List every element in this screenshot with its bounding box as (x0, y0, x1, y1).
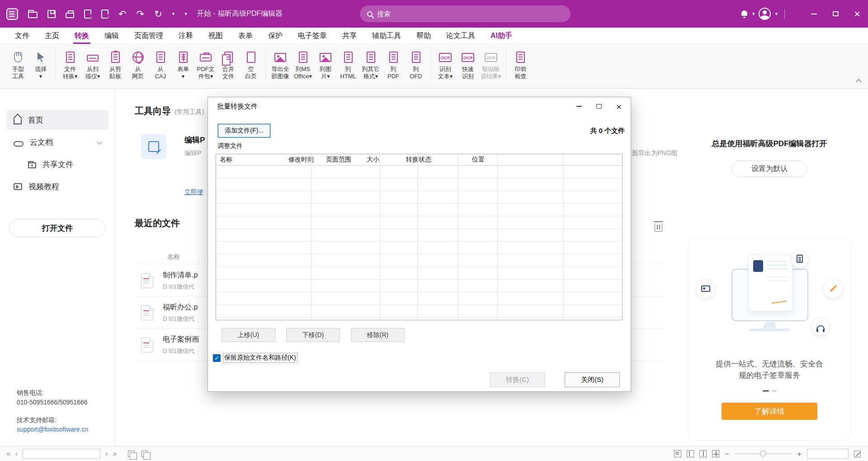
edit-pdf-card-icon[interactable] (141, 134, 166, 159)
convert-button[interactable]: 转换(C) (490, 372, 545, 387)
blank-page[interactable]: 空白页 (240, 49, 262, 80)
search-box[interactable] (360, 5, 571, 22)
files-table-body[interactable] (216, 166, 622, 320)
menu-esign[interactable]: 电子签章 (290, 28, 335, 44)
checkbox-checked-icon[interactable]: ✓ (213, 354, 221, 362)
menu-convert[interactable]: 转换 (67, 28, 97, 44)
menu-view[interactable]: 视图 (201, 28, 231, 44)
notifications-bell-icon[interactable] (741, 10, 748, 18)
menu-home[interactable]: 主页 (37, 28, 67, 44)
file-convert[interactable]: 文件转换▾ (59, 49, 81, 80)
to-image[interactable]: 到图片▾ (314, 49, 337, 80)
next-page-icon[interactable]: › (105, 450, 108, 457)
minimize-button[interactable] (803, 0, 825, 28)
sidebar-item-home[interactable]: 首页 (6, 110, 108, 130)
add-files-button[interactable]: 添加文件(F)... (218, 124, 270, 138)
page-number-input[interactable] (23, 449, 100, 459)
table-column-header[interactable]: 修改时间 (285, 154, 322, 165)
from-caj[interactable]: 从CAJ (149, 49, 172, 80)
table-column-header[interactable]: 位置 (468, 154, 485, 165)
form-tool[interactable]: 表单▾ (172, 49, 194, 80)
select-tool[interactable]: 选择▾ (29, 49, 52, 80)
fullscreen-icon[interactable] (854, 451, 861, 457)
continuous-view-icon[interactable] (687, 450, 694, 457)
close-button[interactable]: × (846, 0, 868, 28)
support-email-link[interactable]: support@foxitsoftware.cn (17, 426, 88, 433)
notifications-caret-icon[interactable]: ▾ (752, 11, 755, 17)
menu-comment[interactable]: 注释 (171, 28, 201, 44)
use-now-link[interactable]: 立即使 (184, 188, 203, 196)
search-input[interactable] (377, 10, 563, 18)
sidebar-item-cloud-docs[interactable]: 云文档 (6, 132, 108, 152)
hand-tool[interactable]: 手型工具 (7, 49, 29, 80)
menu-edit[interactable]: 编辑 (97, 28, 127, 44)
sidebar-item-shared-files[interactable]: 共享文件 (21, 154, 108, 174)
export-all-images[interactable]: 导出全部图像 (269, 49, 292, 80)
first-page-icon[interactable]: « (6, 450, 10, 457)
zoom-out-icon[interactable]: − (725, 450, 729, 458)
clipboard-pages-icon[interactable] (142, 451, 148, 457)
share-icon[interactable]: ↻ (154, 9, 162, 19)
snapshot-icon[interactable] (128, 451, 134, 457)
undo-icon[interactable]: ↶ (118, 9, 127, 19)
zoom-slider[interactable] (735, 453, 792, 454)
files-table[interactable]: 名称 修改时间 页面范围 大小 转换状态 位置 (216, 154, 623, 320)
redo-icon[interactable]: ↷ (137, 9, 145, 19)
sidebar-item-video-tutorials[interactable]: 视频教程 (6, 176, 108, 196)
customize-toolbar-caret-icon[interactable]: ▾ (184, 11, 187, 17)
ocr-quick-recognize[interactable]: 快速识别 (457, 49, 479, 80)
dialog-close-action-button[interactable]: 关闭(S) (565, 372, 620, 387)
table-column-header[interactable]: 页面范围 (322, 154, 363, 165)
carousel-dot[interactable] (772, 390, 777, 392)
dialog-titlebar[interactable]: 批量转换文件 × (208, 97, 631, 115)
menu-page-manage[interactable]: 页面管理 (127, 28, 171, 44)
menu-ai-assistant[interactable]: AI助手 (483, 28, 520, 44)
ocr-recognize-text[interactable]: 识别文本▾ (434, 49, 457, 80)
from-web[interactable]: 从网页 (127, 49, 149, 80)
previous-page-icon[interactable]: ‹ (15, 450, 18, 457)
set-default-button[interactable]: 设置为默认 (732, 161, 807, 177)
move-up-button[interactable]: 上移(U) (222, 328, 275, 342)
table-column-header[interactable]: 转换状态 (402, 154, 468, 165)
menu-help[interactable]: 帮助 (409, 28, 439, 44)
menu-protect[interactable]: 保护 (260, 28, 290, 44)
dialog-close-button[interactable]: × (609, 99, 629, 114)
to-pdf[interactable]: 到PDF (382, 49, 405, 80)
menu-share[interactable]: 共享 (335, 28, 364, 44)
menu-paper-tools[interactable]: 论文工具 (439, 28, 483, 44)
table-column-header[interactable]: 名称 (216, 154, 285, 165)
to-ms-office[interactable]: 到MSOffice▾ (292, 49, 314, 80)
zoom-percent-input[interactable] (807, 449, 849, 459)
carousel-dot-active[interactable] (763, 390, 769, 392)
preflight-check[interactable]: 印前检查 (509, 49, 532, 80)
maximize-button[interactable] (825, 0, 846, 28)
single-page-view-icon[interactable] (674, 450, 681, 457)
clear-recent-trash-icon[interactable] (655, 223, 662, 232)
print-icon[interactable] (66, 13, 74, 18)
account-caret-icon[interactable]: ▾ (775, 11, 778, 17)
to-html[interactable]: 到HTML (337, 49, 359, 80)
export-file-icon[interactable] (84, 10, 91, 19)
from-scanner[interactable]: 从扫描仪▾ (81, 49, 104, 80)
share-caret-icon[interactable]: ▾ (172, 11, 175, 17)
ocr-suspect-results[interactable]: 疑似错误结果▾ (479, 49, 503, 80)
last-page-icon[interactable]: » (113, 450, 117, 457)
facing-view-icon[interactable] (699, 450, 707, 457)
menu-file[interactable]: 文件 (7, 28, 37, 44)
zoom-slider-thumb[interactable] (760, 451, 766, 456)
dialog-maximize-button[interactable] (589, 99, 609, 114)
to-other-format[interactable]: 到其它格式▾ (359, 49, 382, 80)
from-clipboard[interactable]: 从剪贴板 (104, 49, 127, 80)
dialog-minimize-button[interactable] (569, 99, 589, 114)
table-column-header[interactable]: 大小 (363, 154, 402, 165)
account-avatar[interactable] (759, 8, 771, 20)
save-icon[interactable] (47, 10, 56, 18)
open-file-button[interactable]: 打开文件 (9, 219, 106, 237)
move-down-button[interactable]: 下移(D) (286, 328, 340, 342)
chevron-down-icon[interactable] (97, 139, 102, 144)
create-pdf-icon[interactable] (101, 10, 108, 19)
pdf-package[interactable]: PDF文件包▾ (194, 49, 217, 80)
merge-files[interactable]: 合并文件 (217, 49, 240, 80)
remove-button[interactable]: 移除(R) (351, 328, 405, 342)
learn-more-button[interactable]: 了解详情 (722, 403, 817, 420)
